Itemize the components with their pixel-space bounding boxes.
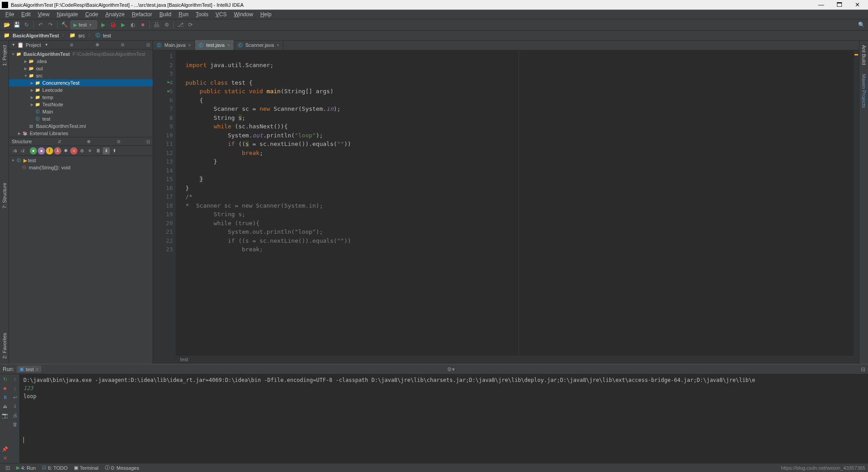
tree-item[interactable]: ▼📁src: [9, 72, 153, 79]
status-run[interactable]: ▶4: Run: [14, 464, 38, 472]
find-icon[interactable]: ⚙: [163, 21, 171, 29]
scroll-icon[interactable]: ✽: [87, 139, 90, 144]
tree-item[interactable]: ▶📂.idea: [9, 58, 153, 65]
hide-icon[interactable]: ⊟: [861, 366, 865, 372]
tree-item[interactable]: ▶📁ConcurrencyTest: [9, 79, 153, 86]
menu-navigate[interactable]: Navigate: [53, 10, 81, 18]
filter2-icon[interactable]: ●: [38, 147, 45, 154]
stop-icon[interactable]: ■: [1, 384, 9, 392]
hammer-icon[interactable]: 🔨: [60, 21, 68, 29]
git-icon[interactable]: ⎇: [176, 21, 185, 29]
search-icon[interactable]: 🔍: [857, 21, 865, 29]
stop-icon[interactable]: ■: [139, 21, 147, 29]
menu-window[interactable]: Window: [230, 10, 257, 18]
filter8-icon[interactable]: ≡: [86, 147, 94, 154]
filter7-icon[interactable]: ⊘: [78, 147, 86, 154]
maximize-button[interactable]: 🗖: [830, 1, 848, 8]
menu-analyze[interactable]: Analyze: [102, 10, 128, 18]
gear-icon[interactable]: ⚙▾: [447, 366, 455, 372]
maven-tab[interactable]: Maven Projects: [860, 71, 868, 111]
down-icon[interactable]: ↓: [11, 384, 19, 392]
editor-tab[interactable]: ⒸMain.java×: [153, 40, 195, 50]
run-config-selector[interactable]: ▶ test ▼: [70, 20, 97, 29]
wrap-icon[interactable]: ↩: [11, 393, 19, 401]
scroll-icon[interactable]: ✽: [95, 42, 99, 47]
refresh-icon[interactable]: ↻: [23, 21, 31, 29]
crumb-src[interactable]: src: [78, 33, 85, 38]
autoscroll-icon[interactable]: ⬇: [103, 147, 110, 154]
profile-icon[interactable]: ◐: [129, 21, 137, 29]
console-output[interactable]: D:\java8\bin\java.exe -javaagent:D:\idea…: [20, 374, 868, 463]
menu-view[interactable]: View: [34, 10, 53, 18]
ant-build-tab[interactable]: Ant Build: [860, 42, 868, 68]
filter-icon[interactable]: ●: [30, 147, 37, 154]
filter6-icon[interactable]: ○: [70, 147, 77, 154]
close-button[interactable]: ✕: [848, 1, 866, 8]
menu-code[interactable]: Code: [81, 10, 102, 18]
filter3-icon[interactable]: f: [46, 147, 53, 154]
clear-icon[interactable]: 🗑: [11, 420, 19, 428]
editor-breadcrumb[interactable]: test: [153, 356, 859, 364]
sort2-icon[interactable]: ↓z: [19, 147, 26, 154]
rerun-icon[interactable]: ↻: [1, 375, 9, 383]
tree-item[interactable]: ▶📁TestNode: [9, 101, 153, 108]
pin-icon[interactable]: 📌: [1, 445, 9, 453]
undo-icon[interactable]: ↶: [36, 21, 45, 29]
gear-icon[interactable]: ⚙: [121, 42, 125, 47]
menu-tools[interactable]: Tools: [192, 10, 212, 18]
tree-item[interactable]: ▶📂out: [9, 65, 153, 72]
tree-item[interactable]: ▶📚External Libraries: [9, 130, 153, 137]
open-icon[interactable]: 📂: [3, 21, 11, 29]
debug-icon[interactable]: 🐞: [109, 21, 117, 29]
dump-icon[interactable]: 📷: [1, 411, 9, 419]
collapse-icon[interactable]: ⊕: [70, 42, 73, 47]
warning-marker[interactable]: [854, 54, 858, 55]
gutter-run-icon[interactable]: ▶: [167, 78, 170, 87]
up-icon[interactable]: ↑: [11, 375, 19, 383]
filter4-icon[interactable]: λ: [54, 147, 61, 154]
editor-tab[interactable]: ⒸScanner.java×: [234, 40, 283, 50]
scroll-icon[interactable]: ⇩: [11, 402, 19, 410]
print-icon[interactable]: 🖨: [11, 411, 19, 419]
gutter-run-icon[interactable]: ▶: [167, 87, 170, 96]
structure-icon[interactable]: 品: [153, 21, 161, 29]
code-body[interactable]: import java.util.Scanner; public class t…: [176, 50, 854, 356]
menu-help[interactable]: Help: [257, 10, 275, 18]
menu-build[interactable]: Build: [156, 10, 175, 18]
sort-icon[interactable]: ↓a: [11, 147, 18, 154]
structure-tree[interactable]: ▼Ⓒ ▶ test ⓜ main(String[]): void: [9, 156, 153, 364]
save-icon[interactable]: 💾: [13, 21, 21, 29]
menu-file[interactable]: File: [2, 10, 18, 18]
tree-item[interactable]: ▶📁temp: [9, 94, 153, 101]
menu-refactor[interactable]: Refactor: [128, 10, 156, 18]
crumb-project[interactable]: BasicAlgorithmTest: [13, 33, 59, 38]
tree-item[interactable]: ▶📁Leetcode: [9, 86, 153, 94]
filter9-icon[interactable]: ≣: [95, 147, 102, 154]
struct-root[interactable]: ▼Ⓒ ▶ test: [9, 157, 153, 164]
tree-item[interactable]: ⒸMain: [9, 108, 153, 115]
structure-tool-tab[interactable]: 7: Structure: [1, 180, 8, 211]
line-gutter[interactable]: ▶ ▶ 123456789101112131415161718192021222…: [153, 50, 176, 356]
coverage-icon[interactable]: ▶: [119, 21, 127, 29]
gear-icon[interactable]: ⚙: [117, 139, 121, 144]
redo-icon[interactable]: ↷: [46, 21, 54, 29]
pause-icon[interactable]: ⏸: [1, 393, 9, 401]
hide-panels-icon[interactable]: ◫: [3, 464, 13, 472]
tree-item[interactable]: Ⓒtest: [9, 115, 153, 123]
hide-icon[interactable]: ⊟: [146, 42, 150, 47]
editor-tab[interactable]: Ⓒtest.java×: [195, 40, 234, 50]
status-messages[interactable]: ⓘ0: Messages: [102, 463, 142, 472]
struct-item[interactable]: ⓜ main(String[]): void: [9, 164, 153, 171]
project-tree[interactable]: ▼📁 BasicAlgorithmTest F:\CodeResp\BasicA…: [9, 50, 153, 137]
status-todo[interactable]: ☑6: TODO: [39, 464, 70, 472]
menu-run[interactable]: Run: [175, 10, 192, 18]
expand-icon[interactable]: ⇵: [58, 139, 61, 144]
tree-root[interactable]: ▼📁 BasicAlgorithmTest F:\CodeResp\BasicA…: [9, 50, 153, 58]
tree-item[interactable]: ▤BasicAlgorithmTest.iml: [9, 123, 153, 130]
run-icon[interactable]: ▶: [99, 21, 107, 29]
hide-icon[interactable]: ⊟: [146, 139, 150, 144]
favorites-tool-tab[interactable]: 2: Favorites: [1, 330, 8, 361]
menu-vcs[interactable]: VCS: [212, 10, 231, 18]
menu-edit[interactable]: Edit: [18, 10, 34, 18]
close-icon[interactable]: ✕: [1, 454, 9, 462]
